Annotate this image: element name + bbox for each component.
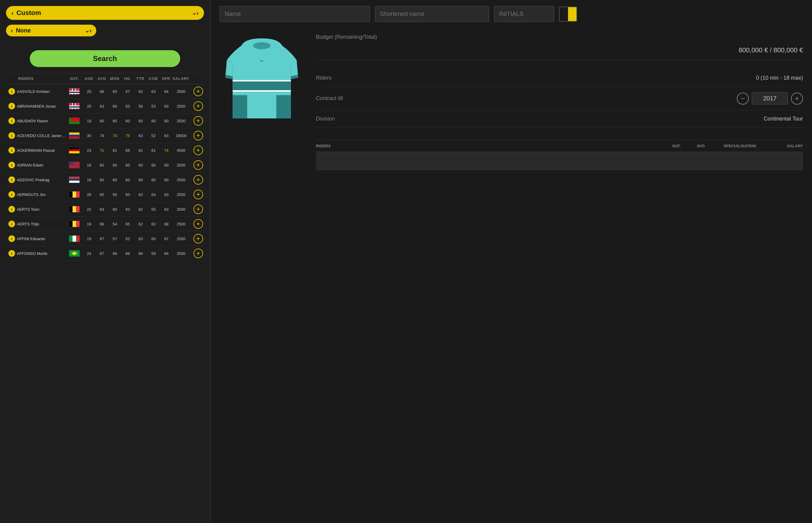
svg-text:Pharma: Pharma bbox=[258, 67, 266, 69]
add-cell: + bbox=[192, 116, 204, 126]
top-inputs bbox=[220, 6, 803, 22]
add-rider-button[interactable]: + bbox=[193, 116, 203, 126]
roster-header-salary: SALARY bbox=[767, 144, 803, 148]
flag-selector-left bbox=[559, 7, 568, 21]
riders-table-container: RIDERS NAT. AGE AVG MON HIL TTR COB SPR … bbox=[6, 73, 204, 523]
spr-cell: 64 bbox=[160, 89, 173, 94]
info-icon[interactable]: i bbox=[8, 132, 15, 139]
contract-plus-button[interactable]: + bbox=[791, 93, 803, 105]
cob-cell: 64 bbox=[147, 192, 160, 197]
header-salary: SALARY bbox=[172, 76, 192, 81]
spr-cell: 74 bbox=[160, 148, 173, 153]
ttr-cell: 62 bbox=[134, 148, 147, 153]
spr-cell: 67 bbox=[160, 237, 173, 241]
name-input[interactable] bbox=[220, 6, 370, 22]
add-cell: + bbox=[192, 204, 204, 214]
header-spr: SPR bbox=[160, 76, 173, 81]
ttr-cell: 60 bbox=[134, 119, 147, 123]
info-icon[interactable]: i bbox=[8, 147, 15, 154]
add-rider-button[interactable]: + bbox=[193, 234, 203, 244]
info-icon[interactable]: i bbox=[8, 206, 15, 213]
shortened-name-input[interactable] bbox=[375, 6, 489, 22]
spr-cell: 60 bbox=[160, 119, 173, 123]
table-row: i ACEVEDO COLLE Janier Alexis 30 74 74 7… bbox=[6, 128, 204, 143]
contract-year-input[interactable] bbox=[752, 92, 788, 105]
rider-name: ACEVEDO COLLE Janier Alexis bbox=[17, 133, 66, 138]
flag-cell bbox=[66, 221, 83, 227]
hil-cell: 67 bbox=[121, 89, 134, 94]
info-icon[interactable]: i bbox=[8, 88, 15, 95]
division-value: Continental Tour bbox=[763, 116, 803, 122]
ttr-cell: 66 bbox=[134, 251, 147, 256]
main-layout: ‹ Custom ⌄ › ‹ None ⌄ › Search RIDERS NA… bbox=[0, 0, 812, 523]
add-rider-button[interactable]: + bbox=[193, 175, 203, 184]
table-row: i ADZOVIC Predrag 19 60 60 60 60 60 60 2… bbox=[6, 173, 204, 187]
info-icon[interactable]: i bbox=[8, 235, 15, 242]
search-button[interactable]: Search bbox=[30, 50, 180, 67]
mon-cell: 60 bbox=[108, 104, 121, 109]
add-rider-button[interactable]: + bbox=[193, 219, 203, 229]
rider-name-cell: i AASVOLD Kristian bbox=[6, 88, 66, 95]
initials-input[interactable] bbox=[494, 6, 554, 22]
table-row: i ABUSHOV Rasim 19 60 60 60 60 60 60 250… bbox=[6, 114, 204, 128]
contract-minus-button[interactable]: − bbox=[737, 93, 749, 105]
add-rider-button[interactable]: + bbox=[193, 249, 203, 258]
none-dropdown[interactable]: ‹ None ⌄ › bbox=[6, 25, 96, 36]
ttr-cell: 62 bbox=[134, 89, 147, 94]
hil-cell: 60 bbox=[121, 163, 134, 167]
add-rider-button[interactable]: + bbox=[193, 145, 203, 155]
add-cell: + bbox=[192, 249, 204, 258]
cob-cell: 60 bbox=[147, 178, 160, 182]
search-area: Search bbox=[6, 50, 204, 67]
mon-cell: 66 bbox=[108, 251, 121, 256]
left-panel: ‹ Custom ⌄ › ‹ None ⌄ › Search RIDERS NA… bbox=[0, 0, 211, 523]
contract-control: − + bbox=[737, 92, 803, 105]
add-rider-button[interactable]: + bbox=[193, 190, 203, 199]
flag-selector[interactable] bbox=[559, 6, 577, 22]
flag-de bbox=[69, 147, 80, 154]
add-rider-button[interactable]: + bbox=[193, 87, 203, 96]
dropdown2-arrow-left[interactable]: ‹ bbox=[11, 27, 13, 34]
rider-name: ABRAHAMSEN Jonas bbox=[17, 104, 56, 109]
add-cell: + bbox=[192, 234, 204, 244]
flag-cell bbox=[66, 235, 83, 242]
cob-cell: 60 bbox=[147, 163, 160, 167]
info-icon[interactable]: i bbox=[8, 177, 15, 183]
add-rider-button[interactable]: + bbox=[193, 204, 203, 214]
rider-name: ACKERMANN Pascal bbox=[17, 148, 55, 153]
avg-cell: 60 bbox=[96, 178, 108, 182]
hil-cell: 62 bbox=[121, 237, 134, 241]
spr-cell: 64 bbox=[160, 251, 173, 256]
add-cell: + bbox=[192, 101, 204, 111]
flag-cell bbox=[66, 88, 83, 95]
contract-row: Contract till − + bbox=[316, 87, 803, 110]
hil-cell: 65 bbox=[121, 222, 134, 226]
dropdown1-arrow-left[interactable]: ‹ bbox=[12, 10, 14, 17]
info-icon[interactable]: i bbox=[8, 162, 15, 168]
age-cell: 22 bbox=[83, 207, 96, 212]
info-icon[interactable]: i bbox=[8, 221, 15, 227]
info-icon[interactable]: i bbox=[8, 191, 15, 198]
add-cell: + bbox=[192, 175, 204, 184]
ttr-cell: 62 bbox=[134, 222, 147, 226]
add-rider-button[interactable]: + bbox=[193, 101, 203, 111]
info-icon[interactable]: i bbox=[8, 103, 15, 109]
dropdown2-arrow-right[interactable]: › bbox=[89, 27, 91, 34]
ttr-cell: 63 bbox=[134, 192, 147, 197]
info-icon[interactable]: i bbox=[8, 250, 15, 257]
division-row: Division Continental Tour bbox=[316, 110, 803, 128]
mon-cell: 60 bbox=[108, 89, 121, 94]
add-cell: + bbox=[192, 87, 204, 96]
custom-dropdown[interactable]: ‹ Custom ⌄ › bbox=[6, 6, 204, 20]
rider-name: ADZOVIC Predrag bbox=[17, 178, 49, 182]
salary-cell: 19000 bbox=[173, 133, 192, 138]
age-cell: 30 bbox=[83, 133, 96, 138]
cob-cell: 61 bbox=[147, 148, 160, 153]
table-row: i AERTS Toon 22 63 60 63 62 55 63 2500 + bbox=[6, 202, 204, 217]
add-rider-button[interactable]: + bbox=[193, 160, 203, 170]
add-cell: + bbox=[192, 190, 204, 199]
add-rider-button[interactable]: + bbox=[193, 131, 203, 140]
info-icon[interactable]: i bbox=[8, 118, 15, 124]
roster-header-riders: RIDERS bbox=[316, 144, 664, 148]
dropdown1-arrow-right[interactable]: › bbox=[196, 10, 198, 17]
